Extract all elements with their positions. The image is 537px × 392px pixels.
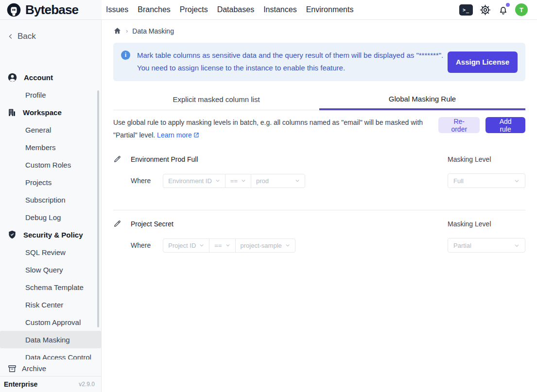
condition-field-select[interactable]: Project ID xyxy=(163,239,209,252)
condition-operator-value: == xyxy=(230,177,238,185)
nav-branches[interactable]: Branches xyxy=(138,3,171,16)
add-rule-button[interactable]: Add rule xyxy=(485,117,525,133)
nav-instances[interactable]: Instances xyxy=(263,3,296,16)
chevron-down-icon xyxy=(215,178,220,183)
breadcrumb: › Data Masking xyxy=(102,20,537,35)
chevron-down-icon xyxy=(514,243,520,248)
chevron-down-icon xyxy=(285,243,290,248)
version-label: v2.9.0 xyxy=(79,381,95,388)
chevron-down-icon xyxy=(199,243,204,248)
learn-more-label: Learn more xyxy=(157,131,192,139)
back-label: Back xyxy=(17,32,36,41)
assign-license-button[interactable]: Assign License xyxy=(448,51,518,73)
top-navigation: Issues Branches Projects Databases Insta… xyxy=(102,3,353,16)
sidebar-item-data-access-control[interactable]: Data Access Control xyxy=(0,348,101,359)
brand-wordmark: Bytebase xyxy=(25,2,78,17)
user-circle-icon xyxy=(7,72,17,83)
reorder-button[interactable]: Re-order xyxy=(438,117,480,133)
learn-more-link[interactable]: Learn more xyxy=(157,131,200,139)
external-link-icon xyxy=(193,132,200,138)
sidebar-nav: Account Profile Workspace xyxy=(0,67,101,359)
chevron-down-icon xyxy=(225,243,230,248)
rule-title-row: Project Secret Masking Level xyxy=(113,220,525,228)
where-label: Where xyxy=(131,241,151,249)
breadcrumb-separator: › xyxy=(126,27,128,34)
sidebar-section-account: Account xyxy=(0,68,101,86)
condition-operator-select[interactable]: == xyxy=(209,239,235,252)
header-actions: >_ T xyxy=(459,3,537,16)
building-icon xyxy=(7,108,17,117)
sql-editor-icon[interactable]: >_ xyxy=(459,4,473,16)
sidebar-item-slow-query[interactable]: Slow Query xyxy=(0,261,101,278)
plan-badge: Enterprise xyxy=(4,380,37,388)
masking-level-select[interactable]: Partial xyxy=(448,238,525,253)
sidebar-item-risk-center[interactable]: Risk Center xyxy=(0,296,101,313)
user-avatar[interactable]: T xyxy=(515,3,528,16)
bytebase-app: Bytebase Issues Branches Projects Databa… xyxy=(0,0,537,392)
section-label: Workspace xyxy=(23,108,62,117)
masking-level-label: Masking Level xyxy=(448,155,525,163)
tab-explicit-masked-column-list[interactable]: Explicit masked column list xyxy=(113,89,319,110)
sidebar-item-archive[interactable]: Archive xyxy=(0,361,101,376)
where-label: Where xyxy=(131,177,151,185)
rules-description: Use global rule to apply masking levels … xyxy=(113,116,438,141)
sidebar-item-custom-approval[interactable]: Custom Approval xyxy=(0,313,101,331)
rule-divider xyxy=(113,210,525,210)
sidebar-item-schema-template[interactable]: Schema Template xyxy=(0,278,101,296)
banner-line-1: Mark table columns as sensitive data and… xyxy=(137,49,443,62)
sidebar-item-custom-roles[interactable]: Custom Roles xyxy=(0,156,101,173)
condition-value-select[interactable]: project-sample xyxy=(236,239,295,252)
rule-title-row: Environment Prod Full Masking Level xyxy=(113,155,525,163)
masking-rule-card: Project Secret Masking Level Where Proje… xyxy=(113,220,525,253)
notification-dot xyxy=(506,3,510,7)
condition-field-value: Project ID xyxy=(168,242,196,249)
sidebar-item-debug-log[interactable]: Debug Log xyxy=(0,208,101,226)
condition-value: prod xyxy=(256,177,269,185)
sidebar-footer: Enterprise v2.9.0 xyxy=(0,376,101,392)
sidebar-item-data-masking[interactable]: Data Masking xyxy=(0,331,101,348)
masking-level-value: Full xyxy=(453,177,464,185)
edit-pencil-icon[interactable] xyxy=(113,220,121,228)
masking-level-value: Partial xyxy=(453,242,471,249)
condition-operator-select[interactable]: == xyxy=(225,174,251,187)
home-icon[interactable] xyxy=(113,27,121,35)
section-label: Account xyxy=(24,73,53,82)
main-content: › Data Masking i Mark table columns as s… xyxy=(102,20,537,392)
condition-group: Project ID == project-sample xyxy=(163,239,295,253)
condition-field-select[interactable]: Environment ID xyxy=(163,174,225,187)
condition-value-select[interactable]: prod xyxy=(251,174,305,187)
brand-logo[interactable]: Bytebase xyxy=(0,0,102,19)
condition-group: Environment ID == prod xyxy=(163,174,305,188)
sidebar-item-projects[interactable]: Projects xyxy=(0,173,101,191)
condition-value: project-sample xyxy=(241,242,282,249)
edit-pencil-icon[interactable] xyxy=(113,155,121,163)
banner-line-2[interactable]: You need to assign license to the instan… xyxy=(137,62,443,74)
rule-where-row: Where Project ID == project-sample xyxy=(113,238,525,253)
sidebar-item-members[interactable]: Members xyxy=(0,138,101,156)
sidebar-scrollbar[interactable] xyxy=(97,90,99,327)
nav-issues[interactable]: Issues xyxy=(106,3,128,16)
nav-environments[interactable]: Environments xyxy=(306,3,354,16)
sidebar-section-workspace: Workspace xyxy=(0,103,101,121)
sidebar-item-subscription[interactable]: Subscription xyxy=(0,191,101,208)
back-button[interactable]: Back xyxy=(0,20,101,41)
info-icon: i xyxy=(121,51,130,60)
settings-sidebar: Back Account Profile xyxy=(0,20,102,392)
sidebar-section-security-policy: Security & Policy xyxy=(0,226,101,243)
notification-bell-icon[interactable] xyxy=(498,4,509,16)
license-info-banner: i Mark table columns as sensitive data a… xyxy=(113,43,525,81)
settings-gear-icon[interactable] xyxy=(479,4,491,16)
breadcrumb-current: Data Masking xyxy=(132,27,174,35)
rules-header: Use global rule to apply masking levels … xyxy=(113,116,525,141)
section-label: Security & Policy xyxy=(23,231,83,239)
tab-global-masking-rule[interactable]: Global Masking Rule xyxy=(319,89,525,110)
banner-text: Mark table columns as sensitive data and… xyxy=(137,49,443,74)
top-header: Bytebase Issues Branches Projects Databa… xyxy=(0,0,537,20)
masking-level-select[interactable]: Full xyxy=(448,173,525,188)
sidebar-item-sql-review[interactable]: SQL Review xyxy=(0,243,101,261)
sidebar-item-profile[interactable]: Profile xyxy=(0,86,101,103)
nav-databases[interactable]: Databases xyxy=(217,3,255,16)
nav-projects[interactable]: Projects xyxy=(180,3,208,16)
sidebar-item-general[interactable]: General xyxy=(0,121,101,138)
archive-label: Archive xyxy=(22,364,46,373)
